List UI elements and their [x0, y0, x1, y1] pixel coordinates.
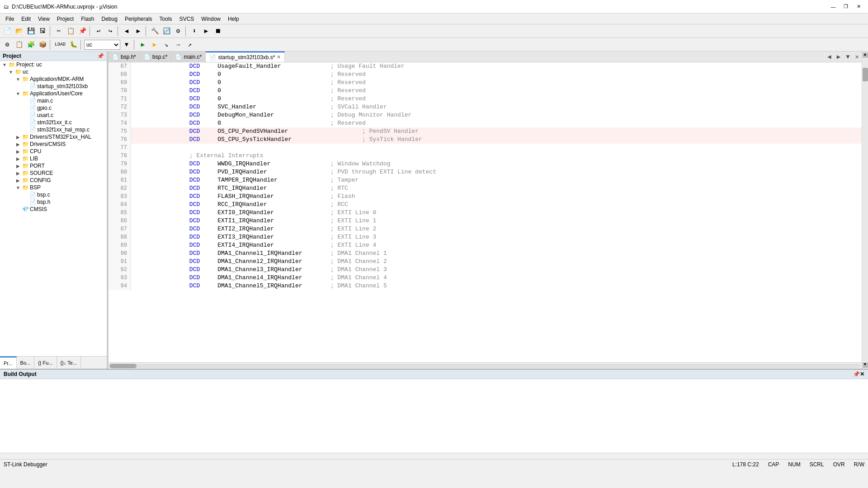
tree-item-14[interactable]: ▶📁PORT — [0, 162, 107, 169]
menu-item-window[interactable]: Window — [198, 15, 224, 23]
menu-item-tools[interactable]: Tools — [156, 15, 176, 23]
tree-item-3[interactable]: 📄startup_stm32f103xb — [0, 83, 107, 90]
tree-expand-15: ▶ — [14, 171, 22, 176]
tree-icon-7: 📄 — [29, 112, 36, 118]
tree-item-8[interactable]: 📄stm32f1xx_it.c — [0, 119, 107, 126]
target-options-button[interactable]: ▼ — [121, 39, 132, 50]
build-button[interactable]: 🔨 — [149, 26, 160, 37]
tab-templates[interactable]: {}↓ Te... — [57, 357, 81, 369]
build-hscrollbar[interactable] — [0, 453, 868, 459]
build-output-pin[interactable]: 📌✕ — [853, 371, 864, 377]
tab-scroll-left[interactable]: ◀ — [825, 53, 834, 61]
code-row-77: 77 — [108, 144, 862, 152]
download-button[interactable]: ⬇ — [189, 26, 200, 37]
editor-tab-3[interactable]: 📄startup_stm32f103xb.s*✕ — [206, 52, 285, 62]
line-number-82: 82 — [108, 184, 131, 192]
tree-item-17[interactable]: ▼📁BSP — [0, 184, 107, 191]
tree-item-9[interactable]: 📄stm32f1xx_hal_msp.c — [0, 126, 107, 133]
tree-item-2[interactable]: ▼📁Application/MDK-ARM — [0, 75, 107, 83]
menu-item-debug[interactable]: Debug — [98, 15, 121, 23]
tree-item-7[interactable]: 📄usart.c — [0, 112, 107, 119]
menu-item-project[interactable]: Project — [53, 15, 77, 23]
tree-item-1[interactable]: ▼📁uc — [0, 68, 107, 75]
load-icon[interactable]: LOAD — [53, 39, 67, 50]
copy-button[interactable]: 📋 — [65, 26, 76, 37]
line-number-75: 75 — [108, 127, 131, 136]
code-editor[interactable]: 67 DCD UsageFault_Handler ; Usage Fault … — [108, 62, 862, 362]
editor-tab-0[interactable]: 📄bsp.h* — [108, 52, 140, 62]
tree-item-6[interactable]: 📄gpio.c — [0, 104, 107, 112]
tab-close-3[interactable]: ✕ — [277, 54, 281, 60]
code-row-89: 89 DCD EXTI4_IRQHandler ; EXTI Line 4 — [108, 241, 862, 249]
num-indicator: NUM — [788, 461, 800, 468]
editor-tab-1[interactable]: 📄bsp.c* — [140, 52, 171, 62]
forward-button[interactable]: ▶ — [133, 26, 144, 37]
pack-button[interactable]: 📦 — [37, 39, 48, 50]
tree-item-10[interactable]: ▶📁Drivers/STM32F1xx_HAL — [0, 133, 107, 141]
tree-item-15[interactable]: ▶📁SOURCE — [0, 169, 107, 177]
horizontal-scrollbar[interactable] — [108, 362, 862, 369]
line-number-85: 85 — [108, 209, 131, 217]
run-button[interactable]: ▶ — [137, 39, 148, 50]
tree-item-19[interactable]: 📄bsp.h — [0, 198, 107, 206]
editor-tab-2[interactable]: 📄main.c* — [171, 52, 206, 62]
menu-item-view[interactable]: View — [34, 15, 53, 23]
minimize-button[interactable]: — — [827, 2, 839, 12]
manage-project-button[interactable]: ⚙ — [2, 39, 13, 50]
menu-item-edit[interactable]: Edit — [18, 15, 34, 23]
tree-item-20[interactable]: 💎CMSIS — [0, 206, 107, 213]
tab-books[interactable]: Bo... — [17, 357, 35, 369]
target-select[interactable]: uc — [84, 40, 120, 50]
cut-button[interactable]: ✂ — [53, 26, 64, 37]
menu-item-flash[interactable]: Flash — [77, 15, 98, 23]
tab-project[interactable]: Pr... — [0, 357, 17, 369]
tree-item-12[interactable]: ▶📁CPU — [0, 148, 107, 155]
paste-button[interactable]: 📌 — [77, 26, 88, 37]
back-button[interactable]: ◀ — [121, 26, 132, 37]
project-panel-pin[interactable]: 📌 — [97, 53, 104, 59]
new-file-button[interactable]: 📄 — [2, 26, 13, 37]
save-all-button[interactable]: 🖫 — [37, 26, 48, 37]
close-button[interactable]: ✕ — [853, 2, 864, 12]
code-cell-73: DCD DebugMon_Handler ; Debug Monitor Han… — [131, 111, 862, 119]
tree-item-4[interactable]: ▼📁Application/User/Core — [0, 90, 107, 97]
tab-list-button[interactable]: ▼ — [843, 53, 852, 61]
maximize-button[interactable]: ❐ — [840, 2, 852, 12]
tab-label-0: bsp.h* — [121, 54, 136, 60]
tree-item-0[interactable]: ▼📁Project: uc — [0, 61, 107, 68]
menu-item-svcs[interactable]: SVCS — [176, 15, 198, 23]
close-all-tabs[interactable]: ✕ — [853, 53, 862, 61]
tree-item-16[interactable]: ▶📁CONFIG — [0, 177, 107, 184]
stop-run-button[interactable]: ▶ — [149, 39, 160, 50]
tree-item-11[interactable]: ▶📁Drivers/CMSIS — [0, 141, 107, 148]
tree-item-13[interactable]: ▶📁LIB — [0, 155, 107, 162]
debug-cfg-button[interactable]: 🐛 — [68, 39, 79, 50]
right-scrollbar[interactable]: ▲ ▼ — [862, 52, 868, 369]
tab-icon-0: 📄 — [112, 54, 119, 60]
menu-item-peripherals[interactable]: Peripherals — [121, 15, 156, 23]
main-layout: Project 📌 ▼📁Project: uc▼📁uc▼📁Application… — [0, 52, 868, 369]
redo-button[interactable]: ↪ — [105, 26, 116, 37]
tree-item-5[interactable]: 📄main.c — [0, 97, 107, 104]
open-file-button[interactable]: 📂 — [14, 26, 24, 37]
menu-item-help[interactable]: Help — [224, 15, 243, 23]
line-number-86: 86 — [108, 217, 131, 225]
rebuild-button[interactable]: 🔃 — [161, 26, 172, 37]
compile-button[interactable]: ⚙ — [173, 26, 184, 37]
tree-item-18[interactable]: 📄bsp.c — [0, 191, 107, 198]
start-debug-button[interactable]: ▶ — [201, 26, 212, 37]
line-number-76: 76 — [108, 136, 131, 144]
save-button[interactable]: 💾 — [25, 26, 36, 37]
project-settings-button[interactable]: 📋 — [14, 39, 24, 50]
menu-item-file[interactable]: File — [2, 15, 18, 23]
step-over-button[interactable]: → — [173, 39, 184, 50]
step-into-button[interactable]: ↘ — [161, 39, 172, 50]
tab-functions[interactable]: {} Fu... — [34, 357, 57, 369]
tab-scroll-right[interactable]: ▶ — [834, 53, 843, 61]
stop-debug-button[interactable]: ⏹ — [212, 26, 223, 37]
undo-button[interactable]: ↩ — [93, 26, 104, 37]
component-button[interactable]: 🧩 — [25, 39, 36, 50]
code-cell-88: DCD EXTI3_IRQHandler ; EXTI Line 3 — [131, 233, 862, 241]
tree-label-7: usart.c — [37, 112, 53, 118]
step-out-button[interactable]: ↗ — [184, 39, 195, 50]
